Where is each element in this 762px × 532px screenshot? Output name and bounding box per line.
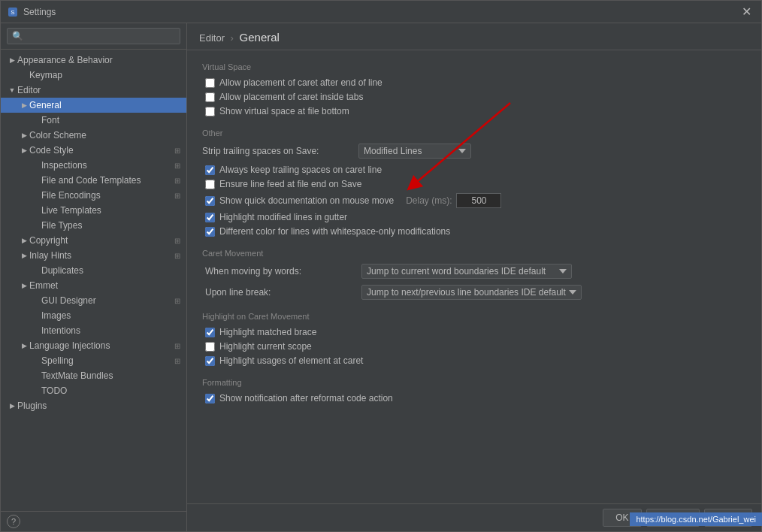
- tree-label-filetypes: File Types: [41, 220, 180, 231]
- checkbox-label-hc3: Highlight usages of element at caret: [219, 355, 363, 366]
- caret-movement-section: Caret Movement When moving by words:Jump…: [202, 249, 746, 300]
- checkbox-hc3[interactable]: [205, 356, 215, 366]
- checkbox-o4[interactable]: [205, 213, 215, 222]
- tree-arrow-editor[interactable]: ▼: [7, 86, 17, 94]
- sidebar-item-textmatebundles[interactable]: TextMate Bundles: [1, 368, 186, 383]
- sidebar-item-duplicates[interactable]: Duplicates: [1, 263, 186, 278]
- caret-select-cm2[interactable]: Jump to next/previous line boundaries ID…: [361, 285, 582, 300]
- tree-label-editor: Editor: [17, 85, 180, 95]
- checkbox-o3[interactable]: [205, 196, 215, 206]
- sidebar-item-copyright[interactable]: ▶Copyright⊞: [1, 233, 186, 248]
- formatting-label: Formatting: [202, 378, 746, 387]
- title-bar: S Settings ✕: [1, 1, 761, 23]
- sidebar-item-inlayhints[interactable]: ▶Inlay Hints⊞: [1, 248, 186, 263]
- sidebar-item-inspections[interactable]: Inspections⊞: [1, 158, 186, 173]
- formatting-section: Formatting Show notification after refor…: [202, 378, 746, 404]
- url-bar: https://blog.csdn.net/Gabriel_wei: [630, 512, 761, 526]
- checkbox-o2[interactable]: [205, 180, 215, 189]
- tree-arrow-general[interactable]: ▶: [19, 101, 29, 109]
- strip-spaces-label: Strip trailing spaces on Save:: [202, 146, 352, 156]
- sidebar-item-guidesigner[interactable]: GUI Designer⊞: [1, 293, 186, 308]
- sidebar-item-spelling[interactable]: Spelling⊞: [1, 353, 186, 368]
- breadcrumb: Editor › General: [199, 31, 749, 44]
- sidebar-item-plugins[interactable]: ▶Plugins: [1, 398, 186, 413]
- sidebar-item-languageinjections[interactable]: ▶Language Injections⊞: [1, 338, 186, 353]
- tree-arrow-codestyle[interactable]: ▶: [19, 147, 29, 154]
- sidebar-item-images[interactable]: Images: [1, 308, 186, 323]
- sidebar-item-intentions[interactable]: Intentions: [1, 323, 186, 338]
- strip-spaces-select[interactable]: NoneAllModified Lines: [358, 144, 471, 159]
- tree-arrow-plugins[interactable]: ▶: [7, 402, 17, 410]
- caret-select-cm1[interactable]: Jump to current word boundaries IDE defa…: [361, 264, 572, 279]
- sidebar-item-filetypes[interactable]: File Types: [1, 218, 186, 233]
- sidebar-item-livetemplates[interactable]: Live Templates: [1, 203, 186, 218]
- checkbox-hc2[interactable]: [205, 342, 215, 352]
- delay-input[interactable]: [456, 193, 501, 208]
- search-bar: [1, 23, 186, 50]
- help-button[interactable]: ?: [7, 515, 20, 528]
- tree-label-codestyle: Code Style: [29, 145, 171, 156]
- checkbox-label-vs1: Allow placement of caret after end of li…: [219, 77, 383, 88]
- checkbox-vs1[interactable]: [205, 78, 215, 88]
- sidebar-item-font[interactable]: Font: [1, 113, 186, 128]
- tree-label-languageinjections: Language Injections: [29, 340, 171, 351]
- checkbox-vs2[interactable]: [205, 92, 215, 102]
- tree-arrow-emmet[interactable]: ▶: [19, 282, 29, 289]
- other-section: Other Strip trailing spaces on Save: Non…: [202, 128, 746, 237]
- tree-label-emmet: Emmet: [29, 280, 180, 291]
- tree-label-fileencodings: File Encodings: [41, 190, 171, 201]
- app-icon: S: [7, 6, 19, 18]
- tree-label-font: Font: [41, 115, 180, 125]
- other-label: Other: [202, 128, 746, 138]
- checkbox-label-hc1: Highlight matched brace: [219, 327, 316, 337]
- checkbox-f1[interactable]: [205, 394, 215, 404]
- checkbox-row-o3: Show quick documentation on mouse moveDe…: [202, 193, 746, 208]
- settings-window: S Settings ✕ ▶Appearance & BehaviorKeyma…: [0, 0, 762, 532]
- tree-arrow-colorscheme[interactable]: ▶: [19, 131, 29, 139]
- tree-label-duplicates: Duplicates: [41, 265, 180, 276]
- sidebar-item-emmet[interactable]: ▶Emmet: [1, 278, 186, 293]
- checkbox-row-vs1: Allow placement of caret after end of li…: [202, 77, 746, 88]
- tree-label-intentions: Intentions: [41, 325, 180, 336]
- virtual-space-label: Virtual Space: [202, 62, 746, 71]
- close-button[interactable]: ✕: [737, 3, 755, 21]
- tree-arrow-appearance[interactable]: ▶: [7, 56, 17, 64]
- tree-icon-right-inspections: ⊞: [174, 162, 180, 170]
- tree-label-keymap: Keymap: [29, 70, 180, 80]
- checkbox-hc1[interactable]: [205, 328, 215, 337]
- sidebar-item-editor[interactable]: ▼Editor: [1, 83, 186, 98]
- tree-label-inspections: Inspections: [41, 160, 171, 171]
- checkbox-label-f1: Show notification after reformat code ac…: [219, 393, 393, 404]
- sidebar-item-general[interactable]: ▶General: [1, 98, 186, 113]
- tree-arrow-copyright[interactable]: ▶: [19, 237, 29, 244]
- sidebar-item-todo[interactable]: TODO: [1, 383, 186, 398]
- checkbox-label-vs3: Show virtual space at file bottom: [219, 106, 349, 116]
- delay-label: Delay (ms):: [406, 195, 452, 206]
- checkbox-o5[interactable]: [205, 227, 215, 237]
- highlight-caret-label: Highlight on Caret Movement: [202, 312, 746, 321]
- caret-movement-label: Caret Movement: [202, 249, 746, 258]
- tree-label-general: General: [29, 100, 180, 110]
- main-header: Editor › General: [187, 23, 761, 50]
- checkbox-vs3[interactable]: [205, 107, 215, 116]
- tree-label-images: Images: [41, 310, 180, 321]
- checkbox-row-hc2: Highlight current scope: [202, 341, 746, 352]
- sidebar: ▶Appearance & BehaviorKeymap▼Editor▶Gene…: [1, 23, 187, 531]
- sidebar-item-keymap[interactable]: Keymap: [1, 68, 186, 83]
- checkbox-label-o2: Ensure line feed at file end on Save: [219, 179, 361, 189]
- checkbox-o1[interactable]: [205, 165, 215, 175]
- tree-label-fileandcode: File and Code Templates: [41, 175, 171, 186]
- search-input[interactable]: [7, 28, 180, 44]
- tree-arrow-inlayhints[interactable]: ▶: [19, 252, 29, 259]
- tree-arrow-languageinjections[interactable]: ▶: [19, 342, 29, 349]
- caret-label-cm1: When moving by words:: [205, 266, 355, 277]
- checkbox-row-o4: Highlight modified lines in gutter: [202, 212, 746, 222]
- sidebar-item-codestyle[interactable]: ▶Code Style⊞: [1, 143, 186, 158]
- sidebar-item-appearance[interactable]: ▶Appearance & Behavior: [1, 53, 186, 68]
- sidebar-item-colorscheme[interactable]: ▶Color Scheme: [1, 128, 186, 143]
- virtual-space-section: Virtual Space Allow placement of caret a…: [202, 62, 746, 116]
- sidebar-item-fileencodings[interactable]: File Encodings⊞: [1, 188, 186, 203]
- svg-text:S: S: [11, 9, 14, 16]
- sidebar-item-fileandcode[interactable]: File and Code Templates⊞: [1, 173, 186, 188]
- tree-icon-right-copyright: ⊞: [174, 237, 180, 245]
